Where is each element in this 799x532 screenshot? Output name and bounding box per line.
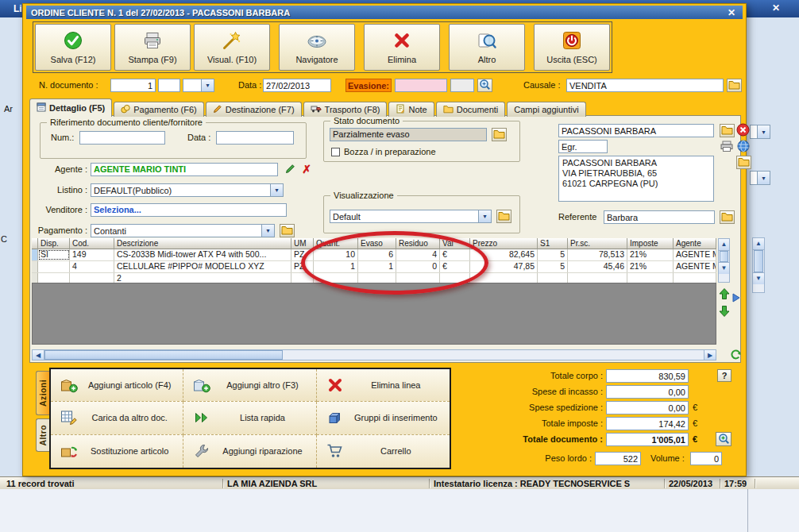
carica-da-altro-doc-button[interactable]: Carica da altro doc. xyxy=(51,402,183,434)
scroll-thumb[interactable] xyxy=(754,250,763,272)
grid-cell[interactable]: 82,645 xyxy=(470,249,538,260)
grid-cell[interactable]: 6 xyxy=(358,249,396,260)
window-titlebar[interactable]: ORDINE CLIENTE N. 1 del 27/02/2013 - PAC… xyxy=(26,6,743,19)
totale-corpo-input[interactable] xyxy=(606,369,689,383)
rif-data-input[interactable] xyxy=(216,131,294,145)
chevron-down-icon[interactable]: ▼ xyxy=(478,210,491,222)
uscita-button[interactable]: Uscita (ESC) xyxy=(534,24,610,71)
documento-tipo-combo[interactable]: ▼ xyxy=(183,79,214,92)
data-input[interactable] xyxy=(263,79,331,92)
move-row-down-button[interactable] xyxy=(718,305,730,319)
customer-print-button[interactable] xyxy=(720,140,733,153)
listino-combo[interactable]: DEFAULT(Pubblico) ▼ xyxy=(91,183,284,197)
salva-button[interactable]: Salva (F12) xyxy=(35,24,111,71)
customer-clear-button[interactable] xyxy=(736,124,750,137)
chevron-down-icon[interactable]: ▼ xyxy=(270,184,283,196)
venditore-field[interactable]: Seleziona... xyxy=(91,203,287,217)
grid-cell[interactable]: 0 xyxy=(396,261,440,272)
scroll-up-icon[interactable]: ▲ xyxy=(753,238,764,250)
volume-input[interactable] xyxy=(690,452,722,465)
chevron-down-icon[interactable]: ▼ xyxy=(757,172,770,184)
grid-cell[interactable]: 1 xyxy=(314,261,358,272)
scroll-down-icon[interactable]: ▼ xyxy=(719,262,729,274)
grid-cell[interactable]: 47,85 xyxy=(470,261,538,272)
n-documento-input[interactable] xyxy=(110,79,156,92)
grid-col-header[interactable]: Prezzo xyxy=(470,238,538,249)
customer-address-box[interactable]: PACASSONI BARBARA VIA PIETRARUBBIA, 65 6… xyxy=(558,156,714,202)
grid-cell[interactable]: 5 xyxy=(538,249,568,260)
totale-imposte-input[interactable] xyxy=(606,417,689,430)
background-close-icon[interactable]: ✕ xyxy=(769,2,783,13)
grid-hscrollbar[interactable]: ◀ ▶ xyxy=(32,349,716,360)
scroll-thumb[interactable] xyxy=(720,251,728,262)
grid-col-header[interactable]: S1 xyxy=(538,238,568,249)
chevron-down-icon[interactable]: ▼ xyxy=(261,225,274,237)
grid-col-header[interactable]: Evaso xyxy=(358,238,396,249)
tab-destinazione[interactable]: Destinazione (F7) xyxy=(206,102,302,117)
grid-cell[interactable]: PZ xyxy=(291,261,314,272)
grid-cell[interactable] xyxy=(38,261,70,272)
grid-vscrollbar[interactable]: ▲ ▼ xyxy=(718,238,730,283)
tab-pagamento[interactable]: Pagamento (F6) xyxy=(114,102,203,117)
gruppi-di-inserimento-button[interactable]: Gruppi di inserimento xyxy=(317,402,450,434)
peso-lordo-input[interactable] xyxy=(595,452,641,465)
tab-trasporto[interactable]: Trasporto (F8) xyxy=(303,102,388,117)
grid-col-header[interactable]: Residuo xyxy=(396,238,440,249)
scroll-down-icon[interactable]: ▼ xyxy=(753,272,764,284)
navigatore-button[interactable]: Navigatore xyxy=(279,24,355,71)
spese-spedizione-input[interactable] xyxy=(606,401,689,414)
aggiungi-altro-button[interactable]: Aggiungi altro (F3) xyxy=(183,369,316,402)
referente-lookup-button[interactable] xyxy=(720,210,735,224)
customer-lookup-button[interactable] xyxy=(720,124,735,137)
tab-documenti[interactable]: Documenti xyxy=(436,102,506,117)
grid-row[interactable]: 4CELLULARE #PIPPO# MODELLO XYZPZ110€47,8… xyxy=(32,261,716,273)
background-combo[interactable]: ▼ xyxy=(750,125,770,139)
grid-selector-header[interactable] xyxy=(32,238,38,249)
causale-lookup-button[interactable] xyxy=(727,79,742,92)
tab-dettaglio[interactable]: Dettaglio (F5) xyxy=(29,98,112,117)
grid-col-header[interactable]: Disp. xyxy=(38,238,70,249)
chevron-down-icon[interactable]: ▼ xyxy=(201,79,214,91)
spese-incasso-input[interactable] xyxy=(606,385,689,399)
move-row-up-button[interactable] xyxy=(718,287,730,302)
visualizzazione-combo[interactable]: Default ▼ xyxy=(330,210,492,223)
grid-col-header[interactable]: Imposte xyxy=(627,238,674,249)
background-scrollbar[interactable]: ▲ ▼ xyxy=(752,237,765,293)
tab-azioni[interactable]: Azioni xyxy=(36,371,49,415)
bozza-checkbox[interactable] xyxy=(331,148,340,156)
totale-documento-input[interactable] xyxy=(606,433,689,446)
pagamento-combo[interactable]: Contanti ▼ xyxy=(91,224,275,237)
altro-button[interactable]: Altro xyxy=(449,24,525,71)
totale-help-button[interactable]: ? xyxy=(717,369,731,382)
pagamento-lookup-button[interactable] xyxy=(280,224,295,237)
customer-name-input[interactable] xyxy=(558,124,714,137)
totale-zoom-button[interactable] xyxy=(716,432,731,446)
grid-cell[interactable]: 149 xyxy=(70,249,114,260)
background-combo[interactable]: ▼ xyxy=(750,171,770,185)
tab-campi-aggiuntivi[interactable]: Campi aggiuntivi xyxy=(507,102,585,117)
agente-edit-button[interactable] xyxy=(283,163,297,176)
grid-col-header[interactable]: UM xyxy=(291,238,314,249)
grid-cell[interactable]: AGENTE M... xyxy=(674,261,716,272)
aggiungi-riparazione-button[interactable]: Aggiungi riparazione xyxy=(183,435,316,468)
expand-right-button[interactable] xyxy=(731,292,741,304)
evasione-extra-input[interactable] xyxy=(450,79,474,92)
grid-cell[interactable]: 5 xyxy=(538,261,568,272)
tab-altro[interactable]: Altro xyxy=(36,418,49,452)
window-close-icon[interactable]: ✕ xyxy=(725,7,738,18)
grid-col-header[interactable]: Cod. xyxy=(70,238,114,249)
rif-num-input[interactable] xyxy=(79,131,165,145)
agente-field[interactable]: AGENTE MARIO TINTI xyxy=(91,163,278,176)
grid-cell[interactable]: CELLULARE #PIPPO# MODELLO XYZ xyxy=(114,261,291,272)
carrello-button[interactable]: Carrello xyxy=(317,435,450,468)
grid-cell[interactable]: 4 xyxy=(396,249,440,260)
grid-cell[interactable]: SI xyxy=(38,249,70,260)
n-documento-suffix-input[interactable] xyxy=(158,79,180,92)
elimina-button[interactable]: Elimina xyxy=(364,24,440,71)
grid-cell[interactable]: 21% xyxy=(627,249,674,260)
elimina-linea-button[interactable]: Elimina linea xyxy=(317,369,450,402)
chevron-down-icon[interactable]: ▼ xyxy=(757,125,770,138)
stato-lookup-button[interactable] xyxy=(492,128,507,141)
grid-col-header[interactable]: Quant. xyxy=(314,238,358,249)
grid-cell[interactable]: 4 xyxy=(70,261,114,272)
